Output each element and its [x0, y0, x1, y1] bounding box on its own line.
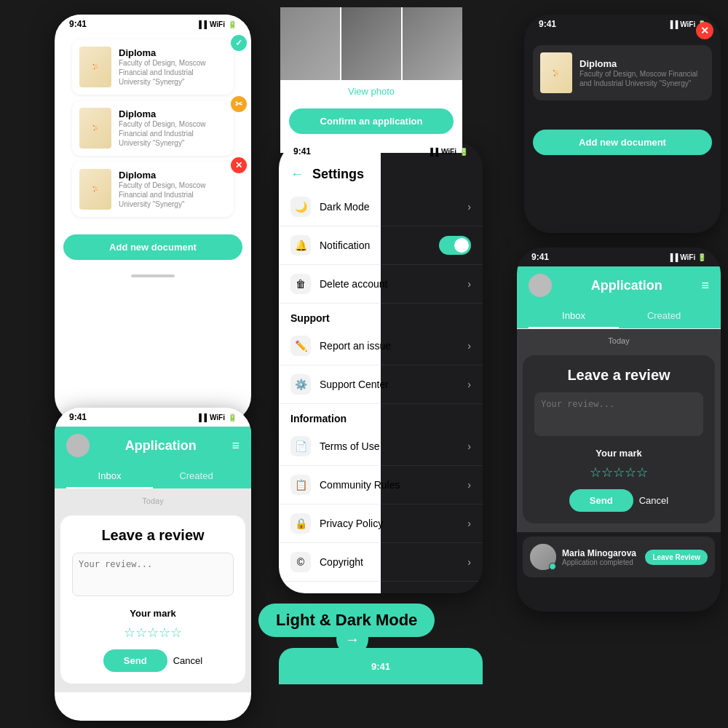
tab-created[interactable]: Created — [153, 464, 240, 488]
arrow-icon: › — [467, 278, 471, 290]
status-bar: 9:41 ▐▐ WiFi 🔋 — [55, 15, 251, 33]
doc-sub: Faculty of Design, Moscow Financial and … — [119, 181, 226, 209]
notification-icon: 🔔 — [290, 235, 311, 256]
information-section-title: Information — [279, 404, 483, 427]
doc-card-dark: 📜 Diploma Faculty of Design, Moscow Fina… — [533, 45, 712, 100]
tab-created[interactable]: Created — [619, 304, 709, 328]
status-bar: 9:41 ▐▐ WiFi🔋 — [55, 408, 251, 427]
phone-documents-light: 9:41 ▐▐ WiFi 🔋 📜 Diploma Faculty of Desi… — [55, 15, 251, 422]
add-document-button-dark[interactable]: Add new document — [533, 130, 712, 155]
review-actions: Send Cancel — [72, 649, 234, 672]
doc-thumb: 📜 — [79, 47, 111, 87]
mode-badge: Light & Dark Mode — [258, 604, 435, 637]
doc-info: Diploma Faculty of Design, Moscow Financ… — [579, 58, 705, 88]
leave-review-button[interactable]: Leave Review — [645, 550, 708, 565]
settings-row-copyright[interactable]: © Copyright › — [279, 543, 483, 582]
star-rating[interactable]: ☆☆☆☆☆ — [534, 464, 703, 480]
tabs-dark: Inbox Created — [517, 304, 721, 329]
time: 9:41 — [69, 19, 87, 29]
settings-row-privacy[interactable]: 🔒 Privacy Policy › — [279, 505, 483, 543]
terms-label: Terms of Use — [320, 440, 467, 452]
dark-mode-label: Dark Mode — [320, 201, 467, 213]
close-button[interactable]: ✕ — [696, 22, 713, 39]
settings-row-terms[interactable]: 📄 Terms of Use › — [279, 427, 483, 466]
notification-card: Maria Minogarova Application completed L… — [523, 537, 715, 577]
status-icons: ▐▐ WiFi 🔋 — [197, 20, 237, 28]
avatar — [66, 434, 90, 457]
report-icon: ✏️ — [290, 336, 311, 356]
settings-row-notification[interactable]: 🔔 Notification — [279, 226, 483, 265]
avatar — [529, 274, 552, 297]
diploma-card-2: 📜 Diploma Faculty of Design, Moscow Fina… — [72, 100, 234, 156]
mode-badge-text: Light & Dark Mode — [276, 611, 417, 629]
your-mark-label: Your mark — [72, 608, 234, 619]
app-header: Application ≡ — [55, 427, 251, 464]
settings-row-dark-mode[interactable]: 🌙 Dark Mode › — [279, 188, 483, 226]
doc-thumb: 📜 — [540, 52, 572, 93]
add-document-button[interactable]: Add new document — [63, 234, 242, 260]
star-rating[interactable]: ☆☆☆☆☆ — [72, 625, 234, 641]
phone-doc-dark: 9:41 ▐▐ WiFi 🔋 ✕ 📜 Diploma Faculty of De… — [524, 15, 721, 233]
doc-title: Diploma — [119, 170, 226, 181]
settings-row-delete[interactable]: 🗑 Delete account › — [279, 265, 483, 304]
phone-review-dark: 9:41 ▐▐ WiFi 🔋 Application ≡ Inbox Creat… — [517, 248, 721, 612]
hamburger-icon[interactable]: ≡ — [232, 438, 240, 454]
delete-icon: 🗑 — [290, 274, 311, 294]
badge-scissors: ✂ — [231, 96, 247, 112]
tab-inbox[interactable]: Inbox — [529, 304, 619, 328]
diploma-card-1: 📜 Diploma Faculty of Design, Moscow Fina… — [72, 39, 234, 95]
time: 9:41 — [531, 252, 549, 262]
diploma-card-3: 📜 Diploma Faculty of Design, Moscow Fina… — [72, 162, 234, 217]
review-textarea[interactable] — [72, 553, 234, 596]
badge-check: ✓ — [231, 35, 247, 51]
send-button[interactable]: Send — [569, 489, 633, 512]
tab-inbox[interactable]: Inbox — [66, 464, 153, 488]
review-textarea[interactable] — [534, 392, 703, 436]
community-label: Community Rules — [320, 479, 467, 491]
doc-thumb: 📜 — [79, 169, 111, 210]
privacy-icon: 🔒 — [290, 513, 311, 534]
back-arrow[interactable]: ← — [290, 167, 304, 182]
photo-2 — [341, 7, 401, 80]
community-icon: 📋 — [290, 475, 311, 495]
notif-avatar — [530, 544, 556, 570]
view-photo-link[interactable]: View photo — [280, 80, 462, 103]
arrow-icon: › — [467, 518, 471, 529]
phone-confirm: View photo Confirm an application — [280, 7, 462, 153]
doc-thumb: 📜 — [79, 108, 111, 149]
doc-sub: Faculty of Design, Moscow Financial and … — [119, 119, 226, 148]
status-bar: 9:41 ▐▐ WiFi 🔋 — [517, 248, 721, 266]
your-mark-label: Your mark — [534, 448, 703, 459]
cancel-button[interactable]: Cancel — [173, 649, 202, 672]
badge-x: ✕ — [231, 157, 247, 173]
notif-info: Maria Minogarova Application completed — [562, 548, 639, 566]
arrow-icon: › — [467, 379, 471, 390]
arrow-icon: › — [467, 340, 471, 352]
time: 9:41 — [69, 412, 87, 422]
send-button[interactable]: Send — [103, 649, 167, 672]
cancel-button[interactable]: Cancel — [639, 489, 668, 512]
partial-phone-bottom: 9:41 — [279, 648, 483, 728]
notif-name: Maria Minogarova — [562, 548, 639, 558]
time: 9:41 — [293, 146, 311, 157]
confirm-button[interactable]: Confirm an application — [289, 108, 454, 134]
review-title: Leave a review — [72, 527, 234, 544]
photo-3 — [403, 7, 462, 80]
settings-row-support-center[interactable]: ⚙️ Support Center › — [279, 365, 483, 404]
status-icons: ▐▐ WiFi 🔋 — [668, 253, 706, 261]
partial-time: 9:41 — [371, 661, 390, 672]
photo-grid — [280, 7, 462, 80]
doc-sub: Faculty of Design, Moscow Financial and … — [119, 58, 226, 87]
photo-1 — [280, 7, 340, 80]
arrow-icon: › — [467, 556, 471, 568]
hamburger-icon[interactable]: ≡ — [701, 278, 709, 293]
support-center-label: Support Center — [320, 379, 467, 390]
status-bar: 9:41 ▐▐ WiFi 🔋 — [524, 15, 721, 33]
doc-title: Diploma — [119, 108, 226, 119]
settings-row-community[interactable]: 📋 Community Rules › — [279, 466, 483, 505]
review-actions: Send Cancel — [534, 489, 703, 512]
time: 9:41 — [539, 19, 556, 29]
settings-row-report[interactable]: ✏️ Report an issue › — [279, 327, 483, 365]
notification-toggle[interactable] — [439, 236, 471, 255]
report-label: Report an issue — [320, 340, 467, 352]
